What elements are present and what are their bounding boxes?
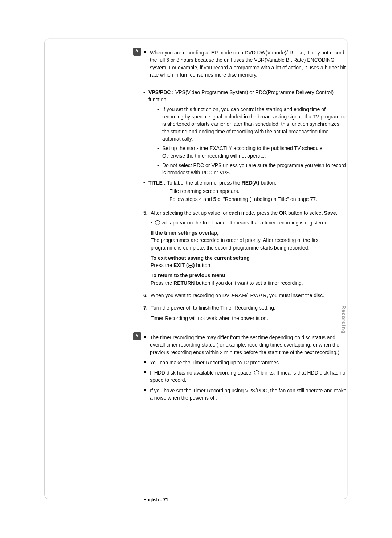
save-label: Save — [324, 210, 336, 216]
note2-i3a: If HDD disk has no available recording s… — [150, 370, 254, 376]
exit-heading: To exit without saving the current setti… — [151, 255, 250, 261]
step5-t2: button to select — [287, 210, 324, 216]
footer-lang: English — [143, 497, 159, 502]
return-t1: Press the — [151, 280, 173, 286]
step-6: 6. When you want to recording on DVD-RAM… — [143, 292, 347, 299]
exit-t1: Press the — [151, 262, 173, 268]
vps-d2: Set up the start-time EXACTLY according … — [159, 145, 347, 159]
footer-page: 71 — [163, 497, 168, 502]
vps-desc: VPS(Video Programme System) or PDC(Progr… — [148, 89, 334, 102]
note-icon — [133, 48, 141, 56]
note2-i3: If HDD disk has no available recording s… — [150, 369, 347, 384]
page-footer: English - 71 — [143, 497, 168, 503]
main-content: When you are recording at EP mode on a D… — [143, 46, 347, 412]
step6-t: When you want to recording on DVD-RAM/±R… — [151, 292, 324, 298]
step5-num: 5. — [143, 209, 148, 217]
title-label: TITLE : — [148, 180, 166, 186]
step5-t1: After selecting the set up value for eac… — [151, 210, 279, 216]
vps-d3: Do not select PDC or VPS unless you are … — [159, 162, 347, 177]
note-box-1: When you are recording at EP mode on a D… — [143, 46, 347, 78]
title-sub1: Title renaming screen appears. — [148, 187, 347, 195]
step5-inner: will appear on the front panel. It means… — [151, 219, 347, 226]
note-icon — [133, 332, 141, 340]
footer-sep: - — [159, 497, 163, 502]
red-a-button-label: RED(A) — [242, 180, 260, 186]
step5-inner-a: will appear on the front panel. It means… — [160, 220, 329, 226]
step7-t2: Timer Recording will not work when the p… — [151, 315, 347, 322]
overlap-text: The programmes are recorded in order of … — [151, 237, 320, 250]
title-desc-b: button. — [260, 180, 277, 186]
step7-num: 7. — [143, 304, 148, 311]
note2-i2: You can make the Timer Recording up to 1… — [150, 359, 347, 366]
clock-icon — [254, 370, 259, 375]
note2-i4: If you have set the Timer Recording usin… — [150, 387, 347, 402]
side-tab-recording: Recording — [340, 305, 348, 334]
note-box-2: The timer recording time may differ from… — [143, 331, 347, 401]
step-5: 5. After selecting the set up value for … — [143, 209, 347, 287]
ok-button-label: OK — [279, 210, 287, 216]
title-sub2: Follow steps 4 and 5 of "Renaming (Label… — [148, 195, 347, 203]
return-heading: To return to the previous menu — [151, 272, 225, 278]
step7-t1: Turn the power off to finish the Timer R… — [151, 305, 275, 311]
vps-label: VPS/PDC : — [148, 89, 174, 95]
return-t2: button if you don't want to set a timer … — [195, 280, 303, 286]
step5-t3: . — [336, 210, 338, 216]
title-desc-a: To label the title name, press the — [166, 180, 241, 186]
overlap-heading: If the timer settings overlap; — [151, 230, 219, 236]
title-item: TITLE : To label the title name, press t… — [143, 179, 347, 203]
step6-num: 6. — [143, 292, 148, 299]
note1-item1: When you are recording at EP mode on a D… — [150, 49, 347, 78]
exit-button-label: EXIT ( — [173, 262, 188, 268]
step-7: 7. Turn the power off to finish the Time… — [143, 304, 347, 322]
exit-t2: button. — [195, 262, 212, 268]
vps-d1: If you set this function on, you can con… — [159, 106, 347, 142]
vps-pdc-item: VPS/PDC : VPS(Video Programme System) or… — [143, 89, 347, 176]
return-button-label: RETURN — [173, 280, 195, 286]
note2-i1: The timer recording time may differ from… — [150, 334, 347, 356]
exit-icon — [188, 263, 193, 268]
clock-icon — [155, 220, 160, 225]
